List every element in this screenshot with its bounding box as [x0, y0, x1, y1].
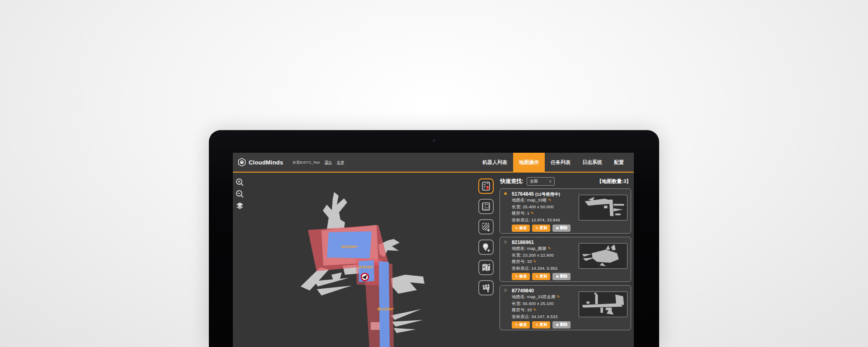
map-thumbnail	[579, 243, 627, 269]
field-label: 地图名:	[512, 294, 526, 299]
fullscreen-link[interactable]: 全屏	[337, 160, 344, 165]
nav-item-robot-list[interactable]: 机器人列表	[476, 153, 513, 172]
logout-link[interactable]: 退出	[325, 160, 332, 165]
card-actions: ✎修改 ✎复制 ✖删除	[512, 225, 628, 232]
zoom-out-icon[interactable]	[236, 190, 244, 198]
map-zoom-controls	[236, 178, 244, 210]
modify-button[interactable]: ✎修改	[512, 225, 530, 232]
nav-item-config[interactable]: 配置	[608, 153, 630, 172]
map-id: 51764845	[512, 191, 534, 197]
quick-search-label: 快速查找:	[500, 178, 524, 185]
location-pin-add-icon	[481, 242, 491, 253]
delete-button[interactable]: ✖删除	[552, 321, 571, 328]
map-tool-column	[476, 173, 496, 347]
map-list-panel: 快速查找: 全部 ∨ 【地图数量:3】 ★ 51764845 (12号使用中)	[496, 173, 634, 347]
session-info: 欢迎BJDT2_Test 退出 全屏	[292, 153, 344, 172]
cloudminds-logo-icon	[237, 158, 246, 167]
card-actions: ✎修改 ✎复制 ✖删除	[512, 321, 628, 328]
edit-icon: ✎	[515, 323, 518, 327]
map-card: ☆ 82186961 地图名: map_腿腿 ✎ 长宽: 23.200 x 22…	[500, 237, 631, 282]
map-wedge-2	[317, 286, 352, 295]
edit-name-icon[interactable]: ✎	[548, 198, 552, 202]
nav-item-task-list[interactable]: 任务列表	[545, 153, 576, 172]
nav-menu: 机器人列表 地图操作 任务列表 日志系统 配置	[476, 153, 634, 172]
page-background: CloudMinds 欢迎BJDT2_Test 退出 全屏 机器人列表 地图操作…	[0, 0, 868, 347]
copy-button[interactable]: ✎复制	[532, 321, 550, 328]
robot-map-image: 40.519m² 8.614m² 80.215m²	[233, 173, 476, 347]
map-card: ★ 51764845 (12号使用中) 地图名: map_33楼 ✎ 长宽:	[500, 188, 631, 234]
map-size-value: 25.400 x 50.000	[523, 204, 553, 209]
welcome-text: 欢迎BJDT2_Test	[292, 160, 320, 165]
modify-button[interactable]: ✎修改	[512, 273, 530, 280]
map-origin-value: 34.247, 8.533	[531, 314, 557, 319]
map-count-badge: 【地图数量:3】	[597, 178, 631, 185]
map-upload-icon	[481, 282, 491, 293]
robot-marker	[361, 273, 368, 281]
edit-floor-icon[interactable]: ✎	[533, 308, 537, 312]
copy-icon: ✎	[535, 226, 538, 230]
main-content: 40.519m² 8.614m² 80.215m²	[233, 173, 634, 347]
map-marker-tool-button[interactable]	[478, 260, 494, 275]
map-floor-value: 33	[527, 307, 532, 312]
area-label-corridor: 80.215m²	[377, 307, 394, 311]
map-size-value: 56.600 x 25.100	[523, 301, 553, 306]
search-row: 快速查找: 全部 ∨ 【地图数量:3】	[500, 176, 631, 186]
star-filled-icon[interactable]: ★	[503, 191, 508, 197]
map-name-value: map_33楼	[527, 197, 547, 202]
ruler-select-icon	[481, 201, 491, 212]
checklist-pin-icon	[481, 181, 491, 192]
edit-floor-icon[interactable]: ✎	[531, 211, 534, 216]
upload-map-tool-button[interactable]	[478, 280, 494, 295]
map-size-value: 23.200 x 22.900	[523, 253, 553, 258]
add-point-tool-button[interactable]	[478, 239, 494, 255]
virtual-wall-tool-button[interactable]	[478, 219, 494, 234]
delete-button[interactable]: ✖删除	[552, 273, 571, 280]
zoom-in-icon[interactable]	[236, 178, 244, 187]
field-label: 长宽:	[512, 301, 522, 306]
filter-dropdown[interactable]: 全部 ∨	[527, 177, 555, 186]
nav-item-map-operation[interactable]: 地图操作	[513, 153, 545, 172]
map-fan-1	[391, 309, 421, 320]
nav-item-log-system[interactable]: 日志系统	[576, 153, 608, 172]
field-label: 长宽:	[512, 204, 522, 209]
edit-floor-icon[interactable]: ✎	[533, 259, 537, 264]
map-strip-left	[301, 267, 329, 291]
field-label: 坐标原点:	[512, 314, 530, 319]
copy-button[interactable]: ✎复制	[532, 225, 550, 232]
nav-spacer	[344, 153, 476, 172]
delete-button[interactable]: ✖删除	[552, 225, 571, 232]
map-id: 87749840	[512, 288, 534, 293]
field-label: 坐标原点:	[512, 266, 530, 271]
map-canvas[interactable]: 40.519m² 8.614m² 80.215m²	[233, 173, 476, 347]
hatched-area-add-icon	[481, 221, 491, 232]
field-label: 坐标原点:	[512, 217, 530, 222]
map-fan-3	[394, 328, 416, 333]
task-route-tool-button[interactable]	[478, 178, 494, 194]
brand: CloudMinds	[233, 153, 283, 172]
laptop-frame: CloudMinds 欢迎BJDT2_Test 退出 全屏 机器人列表 地图操作…	[209, 130, 659, 347]
map-origin-value: 12.874, 33.946	[531, 217, 560, 222]
map-in-use-note: (12号使用中)	[535, 192, 560, 197]
field-label: 长宽:	[512, 253, 522, 258]
zone-corridor	[379, 261, 390, 347]
edit-name-icon[interactable]: ✎	[557, 295, 560, 299]
card-actions: ✎修改 ✎复制 ✖删除	[512, 273, 628, 280]
edit-name-icon[interactable]: ✎	[547, 246, 551, 251]
field-label: 地图名:	[512, 197, 526, 202]
measure-area-tool-button[interactable]	[478, 199, 494, 214]
modify-button[interactable]: ✎修改	[512, 321, 530, 328]
area-label-small: 8.614m²	[359, 265, 373, 269]
field-label: 楼层号:	[512, 307, 526, 312]
edit-icon: ✎	[515, 226, 518, 230]
star-outline-icon[interactable]: ☆	[503, 239, 508, 245]
star-outline-icon[interactable]: ☆	[503, 287, 508, 293]
folded-map-pin-icon	[481, 262, 491, 273]
map-fan-2	[392, 320, 423, 327]
map-blob-y	[323, 192, 347, 229]
edit-icon: ✎	[515, 274, 518, 279]
delete-icon: ✖	[556, 226, 559, 230]
layers-icon[interactable]	[236, 202, 244, 210]
area-label-large: 40.519m²	[341, 244, 358, 249]
top-navbar: CloudMinds 欢迎BJDT2_Test 退出 全屏 机器人列表 地图操作…	[233, 153, 634, 173]
copy-button[interactable]: ✎复制	[532, 273, 550, 280]
